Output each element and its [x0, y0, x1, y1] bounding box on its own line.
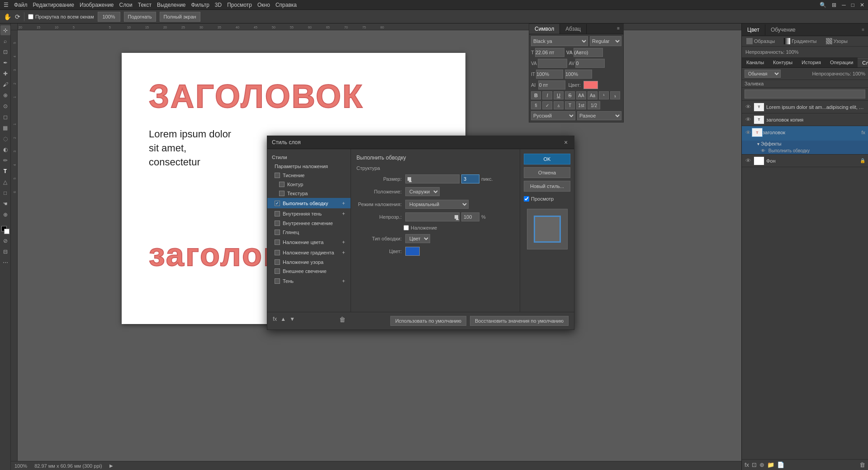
vertical-scale-input[interactable]: [536, 70, 563, 79]
layer-vis-bg[interactable]: 👁: [745, 157, 752, 164]
gradient-overlay-add-btn[interactable]: ＋: [341, 249, 346, 256]
tool-move-icon[interactable]: ⟳: [15, 13, 20, 20]
menu-app-icon[interactable]: ☰: [4, 2, 9, 8]
move-up-icon[interactable]: ▲: [280, 316, 286, 326]
leading-input[interactable]: [574, 48, 603, 57]
preview-checkbox[interactable]: [524, 196, 529, 202]
char-panel-more[interactable]: ≡: [613, 24, 623, 34]
layers-tab[interactable]: Слои: [858, 58, 868, 67]
font-style-select[interactable]: Regular: [590, 36, 621, 46]
tool-extra[interactable]: ⋯: [0, 258, 10, 268]
swash-btn[interactable]: T: [565, 101, 575, 109]
channels-tab[interactable]: Каналы: [742, 58, 768, 67]
style-stroke[interactable]: ✓ Выполнить обводку ＋: [267, 198, 351, 208]
layer-vis-heading[interactable]: 👁: [745, 129, 752, 136]
emboss-checkbox[interactable]: [275, 173, 280, 178]
add-style-btn[interactable]: fx: [745, 461, 749, 468]
stroke-checkbox[interactable]: ✓: [275, 201, 280, 206]
menu-image[interactable]: Изображение: [80, 2, 114, 8]
ordinal-btn[interactable]: ⍋: [554, 101, 564, 109]
tool-lasso[interactable]: ⌕: [0, 36, 10, 46]
opacity-slider-thumb[interactable]: ▲: [455, 215, 458, 219]
style-contour[interactable]: Контур: [267, 180, 351, 189]
bold-btn[interactable]: B: [531, 91, 541, 99]
tool-select[interactable]: ⊹: [0, 25, 10, 35]
right-top-collapse[interactable]: ≡: [858, 27, 868, 32]
zoom-input[interactable]: [98, 12, 120, 22]
delete-icon[interactable]: 🗑: [339, 316, 346, 326]
style-shadow[interactable]: Тень ＋: [267, 276, 351, 286]
gradients-tab[interactable]: Градиенты: [779, 36, 821, 46]
fraction-btn[interactable]: 1/2: [588, 101, 600, 109]
layer-vis-heading-copy[interactable]: 👁: [745, 116, 752, 123]
cancel-button[interactable]: Отмена: [524, 167, 570, 178]
learning-panel-tab[interactable]: Обучение: [765, 24, 801, 35]
layer-item-lorem[interactable]: 👁 T Lorem ipsum dolor sit am...adipiscin…: [742, 101, 868, 113]
font-size-input[interactable]: [535, 48, 564, 57]
fullscreen-button[interactable]: Полный экран: [160, 12, 200, 22]
menu-layers[interactable]: Слои: [119, 2, 133, 8]
uppercase-btn[interactable]: AA: [576, 91, 586, 99]
tool-gradient[interactable]: ▦: [0, 123, 10, 133]
menu-workspace-icon[interactable]: ⊞: [832, 2, 836, 8]
inner-shadow-checkbox[interactable]: [275, 211, 280, 216]
fx-icon[interactable]: fx: [273, 316, 277, 326]
menu-text[interactable]: Текст: [138, 2, 152, 8]
tool-blur[interactable]: ◌: [0, 134, 10, 144]
symbol-tab[interactable]: Символ: [529, 24, 560, 34]
fit-button[interactable]: Подогнать: [124, 12, 156, 22]
restore-default-button[interactable]: Восстановить значения по умолчанию: [470, 316, 569, 326]
gloss-checkbox[interactable]: [275, 230, 280, 235]
tool-pen[interactable]: ✏: [0, 155, 10, 165]
font-family-select[interactable]: Black ya: [531, 36, 588, 46]
tracking-input[interactable]: [575, 59, 605, 68]
blend-options-item[interactable]: Параметры наложения: [267, 162, 351, 171]
size-slider-thumb[interactable]: ▲: [408, 177, 411, 181]
delete-layer-btn[interactable]: 🗑: [859, 461, 865, 468]
stroke-add-btn[interactable]: ＋: [341, 200, 346, 207]
tool-brush[interactable]: 🖌: [0, 80, 10, 89]
menu-view[interactable]: Просмотр: [227, 2, 252, 8]
add-layer-btn[interactable]: 📄: [777, 461, 784, 468]
menu-window[interactable]: Окно: [257, 2, 270, 8]
smallcaps-btn[interactable]: Aa: [588, 91, 598, 99]
menu-close-icon[interactable]: ✕: [860, 2, 864, 8]
patterns-tab[interactable]: Узоры: [821, 36, 852, 46]
tool-history[interactable]: ⊙: [0, 101, 10, 111]
superscript-btn[interactable]: ¹: [599, 91, 609, 99]
style-color-overlay[interactable]: Наложение цвета ＋: [267, 237, 351, 247]
tool-zoom[interactable]: ⊕: [0, 210, 10, 220]
menu-filter[interactable]: Фильтр: [191, 2, 209, 8]
baseline-shift-input[interactable]: [538, 80, 565, 89]
color-panel-tab[interactable]: Цвет: [742, 24, 765, 35]
color-overlay-add-btn[interactable]: ＋: [341, 239, 346, 245]
blend-mode-select[interactable]: Нормальный: [405, 200, 469, 209]
overlap-checkbox[interactable]: [403, 225, 409, 230]
color-overlay-checkbox[interactable]: [275, 240, 280, 245]
text-color-swatch[interactable]: [583, 81, 598, 89]
style-pattern-overlay[interactable]: Наложение узора: [267, 258, 351, 267]
shadow-checkbox[interactable]: [275, 278, 280, 284]
layer-item-heading-copy[interactable]: 👁 T заголовок копия: [742, 113, 868, 126]
paragraph-tab[interactable]: Абзац: [560, 24, 587, 34]
size-input[interactable]: [461, 174, 479, 183]
new-style-button[interactable]: Новый стиль...: [524, 181, 570, 192]
tool-text[interactable]: T: [0, 166, 10, 176]
tool-hand[interactable]: ☚: [0, 199, 10, 209]
menu-edit[interactable]: Редактирование: [33, 2, 74, 8]
strikethrough-btn[interactable]: S: [565, 91, 575, 99]
tool-eraser[interactable]: ◻: [0, 112, 10, 122]
status-arrow[interactable]: ▶: [109, 463, 113, 468]
style-inner-glow[interactable]: Внутреннее свечение: [267, 219, 351, 228]
outer-glow-checkbox[interactable]: [275, 268, 280, 274]
tool-crop[interactable]: ⊡: [0, 47, 10, 57]
tool-dodge[interactable]: ◐: [0, 145, 10, 155]
style-texture[interactable]: Текстура: [267, 189, 351, 198]
shadow-add-btn[interactable]: ＋: [341, 277, 346, 284]
menu-file[interactable]: Файл: [14, 2, 28, 8]
layer-item-heading[interactable]: 👁 T заголовок fx ▾ Эффекты 👁 Выполни: [742, 126, 868, 155]
underline-btn[interactable]: U: [554, 91, 564, 99]
contour-checkbox[interactable]: [279, 182, 285, 187]
samples-tab[interactable]: Образцы: [742, 36, 779, 46]
use-default-button[interactable]: Использовать по умолчанию: [390, 316, 466, 326]
